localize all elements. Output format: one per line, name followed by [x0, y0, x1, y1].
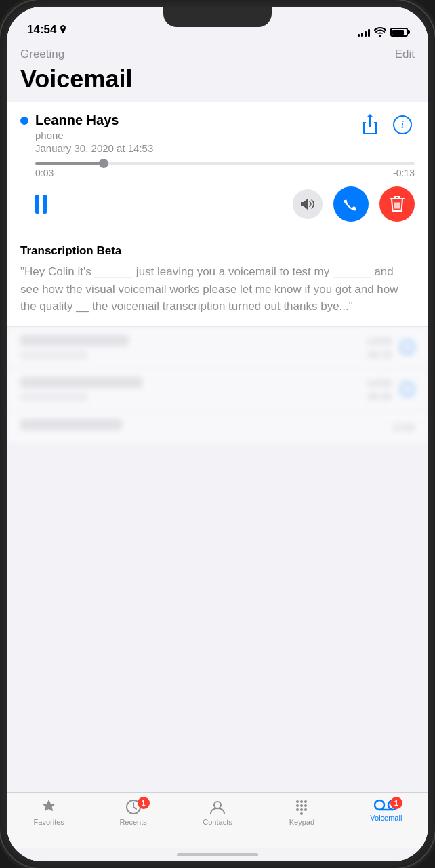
- transcription-text: "Hey Colin it's ______ just leaving you …: [20, 263, 415, 315]
- tab-contacts-label: Contacts: [203, 818, 232, 826]
- list-item-meta: 14/20 00:15: [366, 335, 392, 360]
- tab-recents[interactable]: 1 Recents: [91, 798, 175, 826]
- svg-point-6: [304, 800, 307, 803]
- list-item-date: 1/10/: [392, 421, 415, 433]
- status-icons: [358, 27, 408, 37]
- time-label: 14:54: [27, 23, 56, 37]
- progress-fill: [35, 162, 104, 165]
- voicemail-info: Leanne Hays phone January 30, 2020 at 14…: [20, 113, 358, 154]
- list-item-sub-blur: [20, 393, 88, 401]
- list-item[interactable]: 14/20 00:33 i: [7, 369, 428, 411]
- location-icon: [59, 25, 67, 35]
- signal-bars: [358, 27, 370, 37]
- list-item-meta: 1/10/: [392, 421, 415, 433]
- unread-indicator: [20, 117, 28, 125]
- notch: [163, 7, 272, 27]
- screen: 14:54: [7, 7, 428, 861]
- svg-point-9: [304, 804, 307, 807]
- tab-favorites[interactable]: Favorites: [7, 798, 91, 826]
- signal-bar-4: [368, 29, 370, 37]
- list-item-date: 14/20: [366, 335, 392, 347]
- transcription-section: Transcription Beta "Hey Colin it's _____…: [7, 233, 428, 327]
- pause-bar-left: [35, 195, 39, 214]
- progress-bar[interactable]: [35, 162, 415, 165]
- svg-point-14: [375, 800, 384, 810]
- favorites-icon: [40, 798, 58, 816]
- pause-bar-right: [43, 195, 47, 214]
- pause-icon: [35, 195, 47, 214]
- pause-button[interactable]: [35, 195, 47, 214]
- list-item-info: [20, 419, 392, 435]
- svg-point-7: [296, 804, 299, 807]
- signal-bar-2: [361, 33, 363, 37]
- other-voicemails-list: 14/20 00:15 i 14/20 00:33 i: [7, 327, 428, 793]
- list-item-info: [20, 377, 366, 401]
- voicemail-header: Leanne Hays phone January 30, 2020 at 14…: [20, 113, 415, 154]
- status-bar: 14:54: [7, 7, 428, 42]
- signal-bar-1: [358, 34, 360, 37]
- tab-voicemail-label: Voicemail: [370, 814, 402, 822]
- svg-point-4: [296, 800, 299, 803]
- remaining-time: -0:13: [393, 167, 415, 178]
- voicemail-action-buttons: i: [358, 113, 415, 137]
- info-circle-1[interactable]: i: [400, 340, 415, 355]
- voicemail-badge: 1: [390, 797, 402, 809]
- contacts-icon: [209, 798, 226, 816]
- tab-favorites-label: Favorites: [34, 818, 64, 826]
- current-time: 0:03: [35, 167, 54, 178]
- phone-frame: 14:54: [0, 0, 435, 868]
- list-item-date: 14/20: [366, 377, 392, 389]
- list-item[interactable]: 1/10/: [7, 411, 428, 444]
- svg-point-5: [300, 800, 303, 803]
- greeting-button[interactable]: Greeting: [20, 47, 64, 61]
- status-time: 14:54: [27, 23, 67, 37]
- svg-point-3: [214, 802, 221, 808]
- trash-icon: [389, 195, 405, 214]
- nav-bar: Greeting Edit: [7, 42, 428, 64]
- list-item-duration: 00:33: [368, 391, 392, 402]
- list-item[interactable]: 14/20 00:15 i: [7, 327, 428, 369]
- home-bar: [177, 853, 258, 856]
- delete-button[interactable]: [379, 186, 415, 222]
- recents-badge: 1: [138, 797, 150, 809]
- svg-point-13: [300, 812, 303, 815]
- voicemail-item[interactable]: Leanne Hays phone January 30, 2020 at 14…: [7, 102, 428, 233]
- call-date: January 30, 2020 at 14:53: [35, 142, 153, 154]
- info-circle-2[interactable]: i: [400, 382, 415, 397]
- tab-contacts[interactable]: Contacts: [175, 798, 260, 826]
- home-indicator: [7, 848, 428, 861]
- info-button[interactable]: i: [390, 113, 415, 137]
- svg-text:i: i: [401, 119, 404, 130]
- list-item-info: [20, 335, 366, 359]
- list-item-meta: 14/20 00:33: [366, 377, 392, 402]
- list-item-name-blur: [20, 419, 122, 430]
- tab-keypad[interactable]: Keypad: [260, 798, 344, 826]
- list-item-sub-blur: [20, 351, 88, 359]
- transcription-title: Transcription Beta: [20, 244, 415, 258]
- share-button[interactable]: [358, 113, 382, 137]
- call-source: phone: [35, 130, 153, 141]
- app-content: Greeting Edit Voicemail Leanne Hays phon…: [7, 42, 428, 861]
- speaker-button[interactable]: [293, 189, 323, 219]
- battery-icon: [390, 28, 408, 37]
- tab-voicemail[interactable]: 1 Voicemail: [344, 798, 428, 822]
- svg-point-10: [296, 808, 299, 811]
- page-title: Voicemail: [7, 64, 428, 102]
- svg-point-8: [300, 804, 303, 807]
- edit-button[interactable]: Edit: [395, 47, 415, 61]
- playback-controls: [20, 186, 415, 222]
- call-back-button[interactable]: [333, 186, 369, 222]
- wifi-icon: [374, 27, 386, 37]
- keypad-icon: [293, 798, 310, 816]
- caller-name: Leanne Hays: [35, 113, 153, 128]
- audio-progress-container[interactable]: 0:03 -0:13: [20, 162, 415, 178]
- signal-bar-3: [365, 31, 367, 37]
- tab-recents-label: Recents: [119, 818, 146, 826]
- list-item-duration: 00:15: [368, 349, 392, 360]
- phone-icon: [342, 195, 360, 213]
- svg-point-11: [300, 808, 303, 811]
- tab-bar: Favorites 1 Recents: [7, 792, 428, 848]
- battery-fill: [392, 30, 404, 35]
- tab-keypad-label: Keypad: [289, 818, 314, 826]
- svg-point-12: [304, 808, 307, 811]
